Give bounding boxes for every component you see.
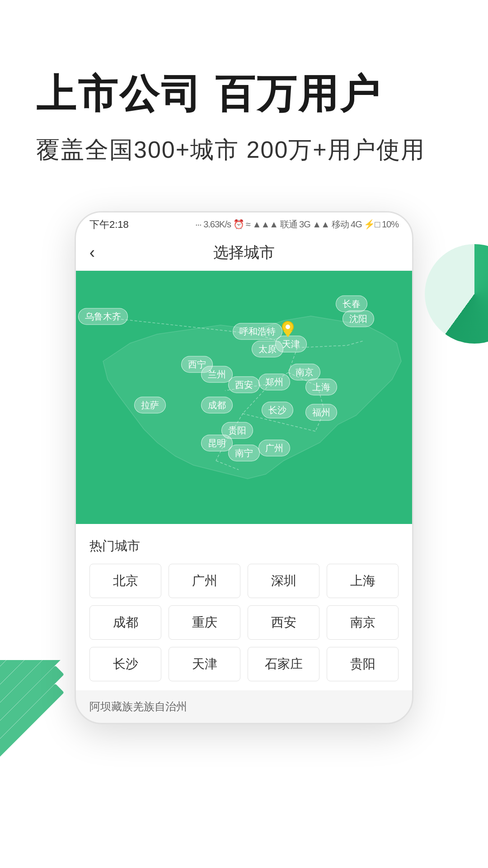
hot-city-button[interactable]: 重庆 (169, 605, 240, 640)
top-section: 上市公司 百万用户 覆盖全国300+城市 200万+用户使用 (0, 0, 488, 193)
map-bg: 乌鲁木齐长春沈阳呼和浩特天津太原西宁兰州西安郑州南京上海拉萨成都长沙福州贵阳昆明… (76, 271, 412, 524)
hot-city-button[interactable]: 天津 (169, 647, 240, 681)
map-city-label[interactable]: 太原 (252, 341, 283, 358)
hot-city-button[interactable]: 石家庄 (248, 647, 319, 681)
map-city-label[interactable]: 郑州 (258, 374, 290, 391)
back-button[interactable]: ‹ (89, 243, 95, 262)
deco-stripes (0, 660, 72, 787)
status-middle: ··· 3.63K/s ⏰ ≈ ▲▲▲ 联通 3G ▲▲ 移动 4G ⚡□ 10… (195, 218, 399, 231)
map-city-label[interactable]: 乌鲁木齐 (78, 308, 128, 325)
location-pin (282, 321, 294, 339)
map-area: 乌鲁木齐长春沈阳呼和浩特天津太原西宁兰州西安郑州南京上海拉萨成都长沙福州贵阳昆明… (76, 271, 412, 524)
map-city-label[interactable]: 长春 (336, 295, 367, 312)
hot-city-button[interactable]: 南京 (327, 605, 399, 640)
nav-bar: ‹ 选择城市 (76, 235, 412, 271)
hot-city-button[interactable]: 西安 (248, 605, 319, 640)
nav-title: 选择城市 (213, 242, 275, 263)
bottom-text: 阿坝藏族羌族自治州 (76, 690, 412, 723)
map-city-label[interactable]: 南京 (289, 363, 320, 380)
page-wrapper: 上市公司 百万用户 覆盖全国300+城市 200万+用户使用 下午2:18 ··… (0, 0, 488, 868)
section-title: 热门城市 (89, 538, 399, 555)
map-city-label[interactable]: 长沙 (262, 401, 293, 418)
hot-city-button[interactable]: 成都 (89, 605, 161, 640)
map-city-label[interactable]: 南宁 (228, 444, 260, 461)
hot-city-button[interactable]: 深圳 (248, 564, 319, 598)
map-city-label[interactable]: 上海 (305, 379, 337, 396)
hot-city-button[interactable]: 长沙 (89, 647, 161, 681)
map-city-label[interactable]: 呼和浩特 (233, 323, 282, 340)
hot-city-button[interactable]: 广州 (169, 564, 240, 598)
phone-mockup: 下午2:18 ··· 3.63K/s ⏰ ≈ ▲▲▲ 联通 3G ▲▲ 移动 4… (75, 211, 413, 724)
map-city-label[interactable]: 拉萨 (134, 396, 166, 413)
svg-point-18 (286, 325, 290, 329)
svg-marker-17 (283, 331, 292, 337)
hot-city-button[interactable]: 北京 (89, 564, 161, 598)
map-city-label[interactable]: 广州 (258, 439, 290, 456)
main-title: 上市公司 百万用户 (36, 72, 452, 116)
cities-grid: 北京广州深圳上海成都重庆西安南京长沙天津石家庄贵阳 (89, 564, 399, 681)
hot-city-button[interactable]: 贵阳 (327, 647, 399, 681)
phone-section: 下午2:18 ··· 3.63K/s ⏰ ≈ ▲▲▲ 联通 3G ▲▲ 移动 4… (0, 211, 488, 724)
status-time: 下午2:18 (89, 218, 129, 231)
map-city-label[interactable]: 昆明 (201, 434, 233, 451)
status-bar: 下午2:18 ··· 3.63K/s ⏰ ≈ ▲▲▲ 联通 3G ▲▲ 移动 4… (76, 212, 412, 235)
map-city-label[interactable]: 沈阳 (343, 311, 374, 327)
map-city-label[interactable]: 成都 (201, 396, 233, 413)
cities-section: 热门城市 北京广州深圳上海成都重庆西安南京长沙天津石家庄贵阳 (76, 524, 412, 690)
hot-city-button[interactable]: 上海 (327, 564, 399, 598)
map-city-label[interactable]: 福州 (305, 404, 337, 421)
subtitle: 覆盖全国300+城市 200万+用户使用 (36, 134, 452, 166)
map-city-label[interactable]: 兰州 (201, 366, 233, 383)
map-city-label[interactable]: 西安 (228, 376, 260, 393)
